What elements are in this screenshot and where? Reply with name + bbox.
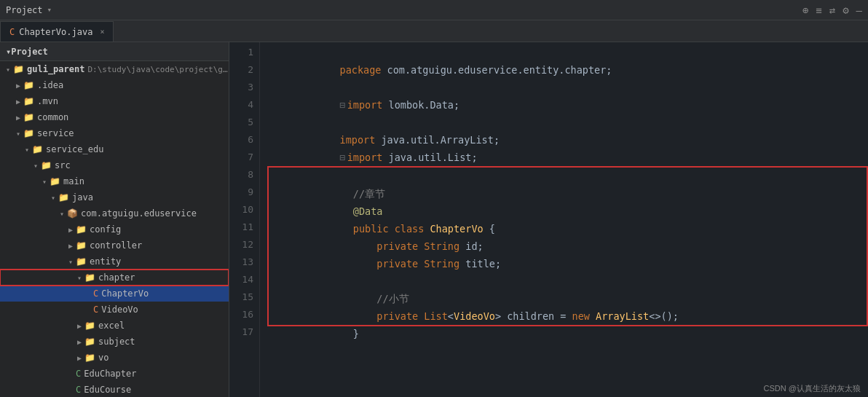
tree-item-root[interactable]: ▾ 📁 guli_parent D:\study\java\code\proje… — [0, 61, 229, 77]
folder-icon: 📁 — [23, 112, 34, 122]
tree-path: D:\study\java\code\project\guli_pare... — [87, 65, 229, 74]
tree-label: EduCourse — [84, 385, 131, 395]
tab-chaptervo[interactable]: C ChapterVo.java × — [0, 21, 114, 42]
tree-item-idea[interactable]: ▶ 📁 .idea — [0, 77, 229, 93]
caret-icon: ▶ — [66, 386, 76, 394]
folder-icon: 📁 — [76, 256, 87, 267]
list-icon[interactable]: ≡ — [816, 4, 821, 16]
tree-item-chapter[interactable]: ▾ 📁 chapter — [0, 270, 229, 286]
editor[interactable]: 1 2 3 4 5 6 7 8 9 10 11 12 13 14 15 16 1 — [229, 42, 868, 397]
sidebar-title: Project — [11, 47, 48, 57]
tree-item-service[interactable]: ▾ 📁 service — [0, 125, 229, 141]
tree-label: src — [55, 160, 71, 170]
tree-item-videovo[interactable]: ▶ C VideoVo — [0, 302, 229, 318]
code-area: package com.atguigu.eduservice.entity.ch… — [260, 42, 868, 397]
keyword: private — [376, 310, 424, 322]
folder-src-icon: 📁 — [41, 160, 52, 170]
sidebar: ▾ Project ▾ 📁 guli_parent D:\study\java\… — [0, 42, 229, 397]
title-bar-left: Project ▾ — [6, 5, 52, 15]
caret-icon: ▶ — [66, 226, 76, 234]
watermark: CSDN @认真生活的灰太狼 — [764, 383, 861, 394]
editor-content: 1 2 3 4 5 6 7 8 9 10 11 12 13 14 15 16 1 — [229, 42, 868, 397]
caret-icon: ▾ — [48, 194, 58, 202]
tree-item-educourse[interactable]: ▶ C EduCourse — [0, 382, 229, 397]
folder-icon: 📁 — [50, 176, 60, 186]
pkg-icon: 📦 — [67, 208, 78, 219]
caret-icon: ▶ — [83, 306, 93, 314]
add-icon[interactable]: ⊕ — [802, 4, 808, 16]
highlighted-code-block: //章节 @Data public class ChapterVo { p — [267, 166, 868, 326]
tree-item-src[interactable]: ▾ 📁 src — [0, 157, 229, 173]
tree-item-common[interactable]: ▶ 📁 common — [0, 109, 229, 125]
project-label: Project — [6, 5, 43, 15]
code-text: java.util.List; — [389, 152, 478, 163]
tree-item-controller[interactable]: ▶ 📁 controller — [0, 237, 229, 253]
class-icon: C — [93, 304, 98, 315]
folder-icon: 📁 — [23, 80, 34, 90]
code-text — [353, 293, 377, 304]
code-line-14: //小节 — [270, 272, 867, 290]
folder-icon: 📁 — [23, 96, 34, 106]
annotation: @Data — [353, 205, 383, 217]
tree-item-config[interactable]: ▶ 📁 config — [0, 221, 229, 237]
tree-item-educhapter[interactable]: ▶ C EduChapter — [0, 366, 229, 382]
caret-icon: ▶ — [13, 98, 23, 106]
folder-icon: 📁 — [76, 240, 87, 251]
tree-label: excel — [98, 321, 125, 331]
tree-item-service-edu[interactable]: ▾ 📁 service_edu — [0, 141, 229, 157]
tree-item-vo[interactable]: ▶ 📁 vo — [0, 350, 229, 366]
project-caret-icon[interactable]: ▾ — [47, 5, 52, 15]
tree-label: service — [37, 128, 74, 138]
caret-icon: ▾ — [22, 146, 32, 154]
sidebar-header: ▾ Project — [0, 42, 229, 61]
keyword: private — [376, 258, 424, 270]
folder-icon: 📁 — [23, 128, 34, 138]
tab-bar: C ChapterVo.java × — [0, 20, 868, 42]
minimize-icon[interactable]: — — [856, 4, 862, 16]
caret-icon: ▾ — [31, 162, 41, 170]
folder-icon: 📁 — [76, 224, 87, 235]
caret-icon: ▶ — [83, 290, 93, 298]
tree-item-java[interactable]: ▾ 📁 java — [0, 189, 229, 205]
tree-label: service_edu — [46, 144, 103, 154]
fold-icon: ⊟ — [340, 99, 346, 111]
folder-icon: 📁 — [84, 353, 95, 363]
caret-icon: ▾ — [13, 130, 23, 138]
caret-icon: ▾ — [39, 178, 50, 186]
keyword: public — [353, 223, 395, 235]
class-icon: C — [76, 385, 81, 395]
caret-icon: ▶ — [13, 114, 23, 122]
caret-icon: ▾ — [74, 274, 84, 282]
code-text: <>(); — [649, 310, 679, 322]
folder-icon: 📁 — [84, 337, 95, 347]
code-line-8: //章节 — [270, 168, 867, 185]
tree-label: entity — [90, 256, 121, 267]
tree-item-entity[interactable]: ▾ 📁 entity — [0, 253, 229, 270]
classname: VideoVo — [454, 310, 495, 322]
tree-label: main — [63, 176, 84, 186]
tree-item-excel[interactable]: ▶ 📁 excel — [0, 318, 229, 334]
caret-icon: ▾ — [66, 258, 76, 266]
code-text: < — [448, 310, 454, 322]
tab-close-icon[interactable]: × — [100, 28, 104, 36]
tree-label: java — [72, 192, 93, 203]
keyword: class — [395, 223, 430, 235]
folder-icon: 📁 — [84, 272, 95, 283]
code-text: } — [353, 328, 359, 339]
classname: ArrayList — [596, 310, 649, 322]
title-bar-icons: ⊕ ≡ ⇄ ⚙ — — [802, 4, 862, 16]
settings-icon[interactable]: ⚙ — [843, 4, 848, 16]
tree-item-pkg[interactable]: ▾ 📦 com.atguigu.eduservice — [0, 205, 229, 221]
layout-icon[interactable]: ⇄ — [829, 4, 835, 16]
code-text: children = — [507, 310, 572, 322]
keyword: private — [376, 240, 424, 252]
caret-icon: ▶ — [13, 82, 23, 90]
keyword: import — [340, 134, 382, 146]
tree-item-mvn[interactable]: ▶ 📁 .mvn — [0, 93, 229, 109]
tree-label-chapter: chapter — [98, 272, 135, 283]
tree-item-subject[interactable]: ▶ 📁 subject — [0, 334, 229, 350]
tree-item-main[interactable]: ▾ 📁 main — [0, 173, 229, 189]
code-line-1: package com.atguigu.eduservice.entity.ch… — [269, 44, 868, 61]
caret-icon: ▾ — [3, 66, 13, 74]
tree-item-chaptervo[interactable]: ▶ C ChapterVo — [0, 286, 229, 302]
